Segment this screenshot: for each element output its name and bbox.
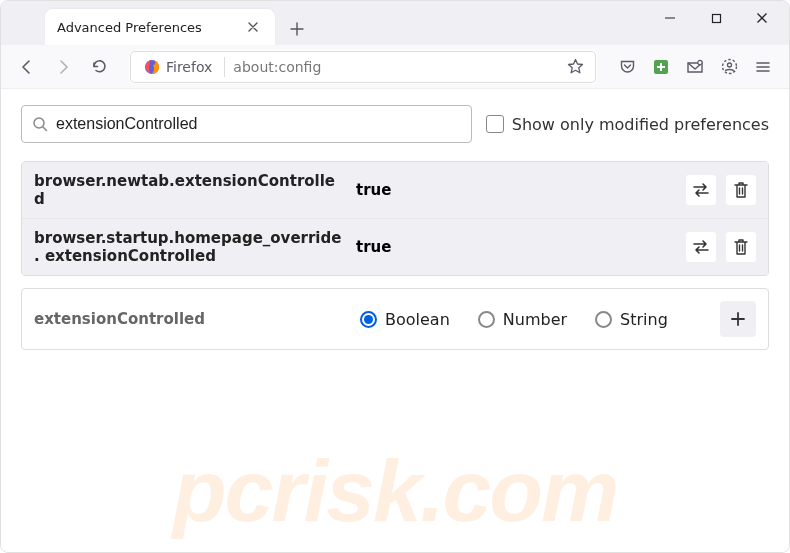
mail-icon[interactable] [679,51,711,83]
radio-icon [595,311,612,328]
new-pref-name: extensionControlled [34,310,344,328]
reload-button[interactable] [83,51,115,83]
new-preference-row: extensionControlled Boolean Number Strin… [21,288,769,350]
svg-point-5 [727,63,731,67]
preference-row[interactable]: browser.newtab.extensionControlled true [22,162,768,219]
checkbox-label-text: Show only modified preferences [512,115,769,134]
radio-number[interactable]: Number [478,310,567,329]
preference-list: browser.newtab.extensionControlled true … [21,161,769,276]
watermark: pcrisk.com [1,440,789,542]
toggle-icon[interactable] [686,175,716,205]
pocket-icon[interactable] [611,51,643,83]
preference-row[interactable]: browser.startup.homepage_override. exten… [22,219,768,275]
svg-point-3 [698,60,702,64]
radio-label: Boolean [385,310,450,329]
pref-name: browser.newtab.extensionControlled [34,172,344,208]
identity-label: Firefox [166,59,212,75]
site-identity[interactable]: Firefox [136,55,220,79]
address-bar[interactable]: Firefox about:config [129,50,597,84]
delete-icon[interactable] [726,232,756,262]
extension-icon[interactable] [645,51,677,83]
pref-value: true [356,238,674,256]
window-maximize-button[interactable] [693,1,739,35]
back-button[interactable] [11,51,43,83]
close-tab-icon[interactable] [243,17,263,37]
tabs-leading-spacer [9,1,45,45]
new-tab-button[interactable] [281,13,313,45]
search-icon [32,116,48,132]
delete-icon[interactable] [726,175,756,205]
titlebar: Advanced Preferences [1,1,789,45]
page-content: Show only modified preferences browser.n… [1,89,789,552]
pref-name: browser.startup.homepage_override. exten… [34,229,344,265]
navigation-toolbar: Firefox about:config [1,45,789,89]
type-radio-group: Boolean Number String [360,310,704,329]
window-close-button[interactable] [739,1,785,35]
url-text: about:config [229,59,561,75]
bookmark-star-icon[interactable] [561,52,590,81]
radio-label: String [620,310,668,329]
add-preference-button[interactable] [720,301,756,337]
tab-title: Advanced Preferences [57,20,243,35]
show-modified-checkbox[interactable]: Show only modified preferences [486,115,769,134]
search-input[interactable] [56,115,461,133]
addressbar-divider [224,57,225,77]
svg-rect-0 [712,14,720,22]
window-minimize-button[interactable] [647,1,693,35]
radio-icon [360,311,377,328]
checkbox-icon [486,115,504,133]
firefox-logo-icon [144,59,160,75]
search-box[interactable] [21,105,472,143]
radio-boolean[interactable]: Boolean [360,310,450,329]
pref-value: true [356,181,674,199]
forward-button[interactable] [47,51,79,83]
app-menu-icon[interactable] [747,51,779,83]
browser-tab[interactable]: Advanced Preferences [45,9,275,45]
toggle-icon[interactable] [686,232,716,262]
account-icon[interactable] [713,51,745,83]
radio-label: Number [503,310,567,329]
radio-icon [478,311,495,328]
radio-string[interactable]: String [595,310,668,329]
